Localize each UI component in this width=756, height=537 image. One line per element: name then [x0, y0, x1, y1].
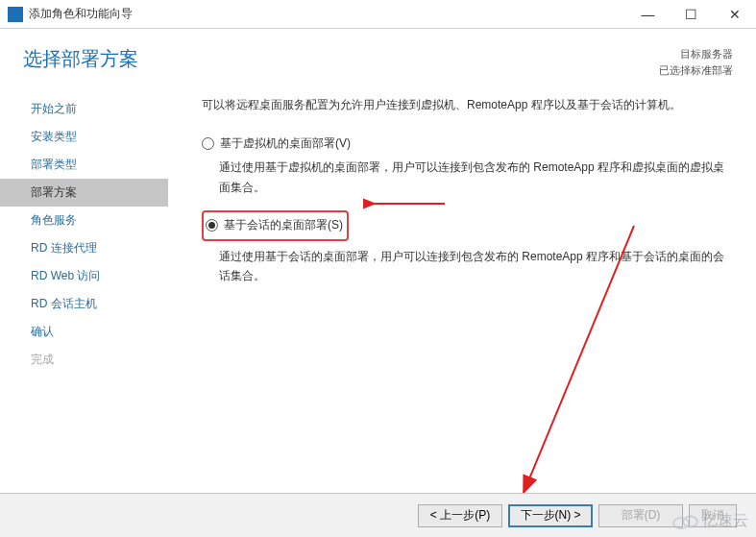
radio-vm-based[interactable]: 基于虚拟机的桌面部署(V) — [202, 134, 735, 155]
sidebar-item-deploy-type[interactable]: 部署类型 — [0, 151, 168, 179]
target-value: 已选择标准部署 — [659, 62, 733, 79]
footer-bar: < 上一步(P) 下一步(N) > 部署(D) 取消 — [0, 493, 756, 537]
titlebar: 添加角色和功能向导 — ☐ ✕ — [0, 0, 756, 29]
main-area: 开始之前 安装类型 部署类型 部署方案 角色服务 RD 连接代理 RD Web … — [0, 87, 756, 500]
sidebar-item-label: RD 会话主机 — [31, 297, 97, 310]
sidebar: 开始之前 安装类型 部署类型 部署方案 角色服务 RD 连接代理 RD Web … — [0, 87, 168, 500]
sidebar-item-complete: 完成 — [0, 346, 168, 374]
sidebar-item-label: 安装类型 — [31, 130, 77, 143]
sidebar-item-label: 完成 — [31, 353, 54, 366]
sidebar-item-confirm[interactable]: 确认 — [0, 318, 168, 346]
radio-session-based[interactable]: 基于会话的桌面部署(S) — [206, 215, 343, 236]
sidebar-item-rd-session-host[interactable]: RD 会话主机 — [0, 290, 168, 318]
header: 选择部署方案 目标服务器 已选择标准部署 — [0, 29, 756, 87]
sidebar-item-label: 部署类型 — [31, 158, 77, 171]
radio-vm-desc: 通过使用基于虚拟机的桌面部署，用户可以连接到包含发布的 RemoteApp 程序… — [219, 158, 735, 197]
sidebar-item-label: 角色服务 — [31, 213, 77, 227]
sidebar-item-label: RD Web 访问 — [31, 269, 100, 282]
app-icon — [8, 7, 23, 22]
sidebar-item-deploy-plan[interactable]: 部署方案 — [0, 179, 168, 207]
sidebar-item-label: 开始之前 — [31, 102, 77, 115]
next-button[interactable]: 下一步(N) > — [508, 504, 593, 527]
sidebar-item-label: 确认 — [31, 325, 54, 338]
page-title: 选择部署方案 — [23, 46, 659, 72]
radio-session-desc: 通过使用基于会话的桌面部署，用户可以连接到包含发布的 RemoteApp 程序和… — [219, 247, 735, 286]
window-title: 添加角色和功能向导 — [29, 6, 626, 22]
sidebar-item-label: RD 连接代理 — [31, 241, 97, 255]
sidebar-item-role-services[interactable]: 角色服务 — [0, 207, 168, 234]
content-intro: 可以将远程桌面服务配置为允许用户连接到虚拟机、RemoteApp 程序以及基于会… — [202, 95, 735, 116]
close-button[interactable]: ✕ — [713, 0, 756, 29]
radio-label: 基于会话的桌面部署(S) — [224, 215, 343, 236]
prev-button[interactable]: < 上一步(P) — [418, 504, 502, 527]
target-label: 目标服务器 — [659, 46, 733, 62]
radio-icon-checked — [206, 219, 218, 232]
window-controls: — ☐ ✕ — [626, 0, 756, 29]
sidebar-item-before-begin[interactable]: 开始之前 — [0, 95, 168, 123]
maximize-button[interactable]: ☐ — [670, 0, 713, 29]
radio-label: 基于虚拟机的桌面部署(V) — [220, 134, 351, 155]
sidebar-item-label: 部署方案 — [31, 185, 77, 199]
highlight-box: 基于会话的桌面部署(S) — [202, 210, 349, 241]
target-info: 目标服务器 已选择标准部署 — [659, 46, 733, 78]
deploy-button: 部署(D) — [598, 504, 683, 527]
content-area: 可以将远程桌面服务配置为允许用户连接到虚拟机、RemoteApp 程序以及基于会… — [168, 87, 756, 500]
sidebar-item-rd-web[interactable]: RD Web 访问 — [0, 262, 168, 290]
sidebar-item-rd-broker[interactable]: RD 连接代理 — [0, 234, 168, 262]
radio-icon-unchecked — [202, 137, 214, 150]
minimize-button[interactable]: — — [626, 0, 670, 29]
sidebar-item-install-type[interactable]: 安装类型 — [0, 123, 168, 151]
cancel-button: 取消 — [689, 504, 737, 527]
